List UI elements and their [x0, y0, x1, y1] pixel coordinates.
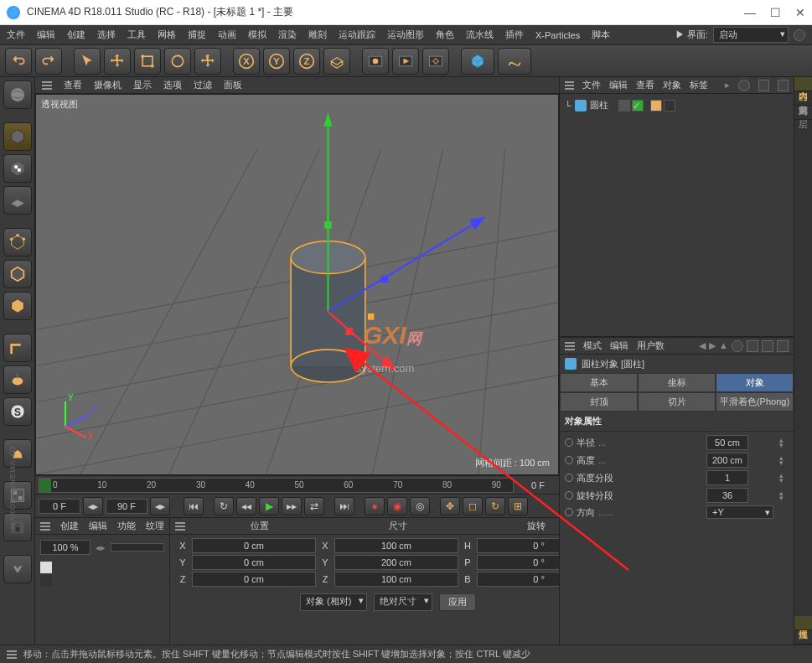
- menu-plugins[interactable]: 插件: [505, 28, 524, 41]
- edges-mode-button[interactable]: [3, 260, 32, 288]
- soft-select-button[interactable]: [3, 439, 32, 468]
- spinner-icon[interactable]: ◂▸: [150, 497, 170, 515]
- render-view-button[interactable]: [362, 48, 389, 75]
- height-field[interactable]: [706, 453, 748, 468]
- visibility-tag-icon[interactable]: ✓: [632, 100, 644, 111]
- size-y-field[interactable]: [334, 555, 458, 570]
- pos-z-field[interactable]: [192, 572, 316, 587]
- goto-start-button[interactable]: ⏮: [184, 497, 204, 515]
- rotate-tool[interactable]: [164, 48, 191, 75]
- axis-y-button[interactable]: Y: [263, 48, 290, 75]
- radio-icon[interactable]: [565, 474, 573, 482]
- attr-tab-caps[interactable]: 封顶: [560, 392, 638, 412]
- viewport-3d[interactable]: 透视视图 网格间距 : 100 cm Y Z X GXI网: [35, 94, 559, 475]
- key-pos-button[interactable]: ✥: [440, 497, 460, 515]
- search-icon[interactable]: [794, 29, 805, 41]
- tree-item-cylinder[interactable]: └ 圆柱 ✓: [563, 97, 790, 113]
- mat-zoom-field[interactable]: [40, 540, 91, 555]
- obj-menu-objects[interactable]: 对象: [663, 79, 681, 91]
- vp-menu-cameras[interactable]: 摄像机: [94, 79, 122, 91]
- tweak-mode-button[interactable]: [3, 365, 32, 394]
- object-tree[interactable]: └ 圆柱 ✓: [560, 94, 794, 336]
- axis-toggle-button[interactable]: [3, 334, 32, 362]
- points-mode-button[interactable]: [3, 228, 32, 256]
- menu-xparticles[interactable]: X-Particles: [535, 30, 580, 40]
- texture-mode-button[interactable]: [3, 154, 32, 183]
- vp-menu-view[interactable]: 查看: [64, 79, 82, 91]
- spinner-icon[interactable]: ▴▾: [777, 438, 785, 448]
- menu-mesh[interactable]: 网格: [158, 28, 176, 41]
- orientation-dropdown[interactable]: +Y: [706, 505, 773, 519]
- key-options-button[interactable]: ◎: [410, 497, 430, 515]
- frame-start-field[interactable]: [39, 499, 80, 514]
- close-button[interactable]: ✕: [795, 8, 805, 18]
- coord-mode1-dropdown[interactable]: 对象 (相对): [300, 593, 367, 611]
- viewport-solo-button[interactable]: [3, 481, 32, 510]
- add-primitive-button[interactable]: [461, 48, 494, 75]
- pos-x-field[interactable]: [192, 538, 316, 553]
- axis-z-button[interactable]: Z: [293, 48, 320, 75]
- extra-tag-icon[interactable]: [664, 100, 675, 111]
- menu-pipeline[interactable]: 流水线: [466, 28, 494, 41]
- attr-tab-basic[interactable]: 基本: [560, 373, 638, 392]
- layout-dropdown[interactable]: 启动: [713, 27, 789, 43]
- attr-tab-coord[interactable]: 坐标: [638, 373, 716, 392]
- menu-mograph[interactable]: 运动图形: [387, 28, 424, 41]
- radio-icon[interactable]: [565, 491, 573, 500]
- mat-menu-texture[interactable]: 纹理: [146, 520, 164, 532]
- mat-menu-edit[interactable]: 编辑: [89, 520, 107, 532]
- menu-edit[interactable]: 编辑: [37, 28, 55, 41]
- size-x-field[interactable]: [334, 538, 458, 553]
- status-menu-icon[interactable]: [7, 650, 17, 659]
- mat-menu-create[interactable]: 创建: [60, 520, 79, 532]
- menu-render[interactable]: 渲染: [278, 28, 297, 41]
- obj-search-icon[interactable]: [738, 80, 749, 91]
- workplane-mode-button[interactable]: [3, 186, 32, 215]
- height-seg-field[interactable]: [706, 470, 748, 485]
- attr-search-icon[interactable]: [732, 340, 743, 352]
- mat-menu-function[interactable]: 功能: [117, 520, 136, 532]
- move-tool[interactable]: [104, 48, 131, 75]
- record-button[interactable]: ●: [365, 497, 385, 515]
- radio-icon[interactable]: [565, 456, 573, 464]
- obj-menu-file[interactable]: 文件: [582, 79, 601, 91]
- obj-menu-tags[interactable]: 标签: [690, 79, 708, 91]
- vp-menu-display[interactable]: 显示: [133, 79, 152, 91]
- vp-menu-options[interactable]: 选项: [163, 79, 182, 91]
- spinner-up-icon[interactable]: ◂▸: [83, 497, 103, 515]
- menu-script[interactable]: 脚本: [592, 28, 610, 41]
- key-param-button[interactable]: ⊞: [508, 497, 528, 515]
- spinner-icon[interactable]: ▴▾: [777, 490, 785, 500]
- menu-tools[interactable]: 工具: [127, 28, 146, 41]
- attr-back-icon[interactable]: ◀: [699, 340, 706, 352]
- menu-character[interactable]: 角色: [436, 28, 454, 41]
- viewport-menu-icon[interactable]: [42, 81, 52, 90]
- pos-y-field[interactable]: [192, 555, 316, 570]
- attr-lock-icon[interactable]: [747, 340, 758, 352]
- rtab-attr[interactable]: 属性: [794, 616, 812, 630]
- scale-tool[interactable]: [134, 48, 161, 75]
- obj-menu-icon[interactable]: [565, 81, 574, 90]
- minimize-button[interactable]: —: [745, 8, 755, 18]
- layer-tag-icon[interactable]: [618, 100, 630, 111]
- redo-button[interactable]: [35, 48, 62, 75]
- menu-snap[interactable]: 捕捉: [188, 28, 206, 41]
- obj-menu-view[interactable]: 查看: [636, 79, 654, 91]
- menu-sculpt[interactable]: 雕刻: [308, 28, 327, 41]
- rtab-browser[interactable]: 对象浏览: [794, 91, 812, 106]
- obj-home-icon[interactable]: [758, 80, 769, 91]
- maximize-button[interactable]: ☐: [770, 8, 780, 18]
- lastused-tool[interactable]: [194, 48, 221, 75]
- key-scale-button[interactable]: ◻: [463, 497, 483, 515]
- attr-menu-edit[interactable]: 编辑: [610, 339, 628, 352]
- mat-swatch-1[interactable]: [40, 562, 52, 573]
- undo-button[interactable]: [5, 48, 32, 75]
- attr-max-icon[interactable]: [777, 340, 789, 352]
- attr-tab-slice[interactable]: 切片: [638, 392, 716, 412]
- autokey-button[interactable]: ◉: [387, 497, 407, 515]
- mat-swatch-2[interactable]: [40, 575, 52, 587]
- rtab-layers[interactable]: 层: [794, 106, 812, 120]
- menu-file[interactable]: 文件: [7, 28, 25, 41]
- attr-up-icon[interactable]: ▲: [719, 340, 728, 352]
- attr-menu-userdata[interactable]: 用户数: [637, 339, 665, 352]
